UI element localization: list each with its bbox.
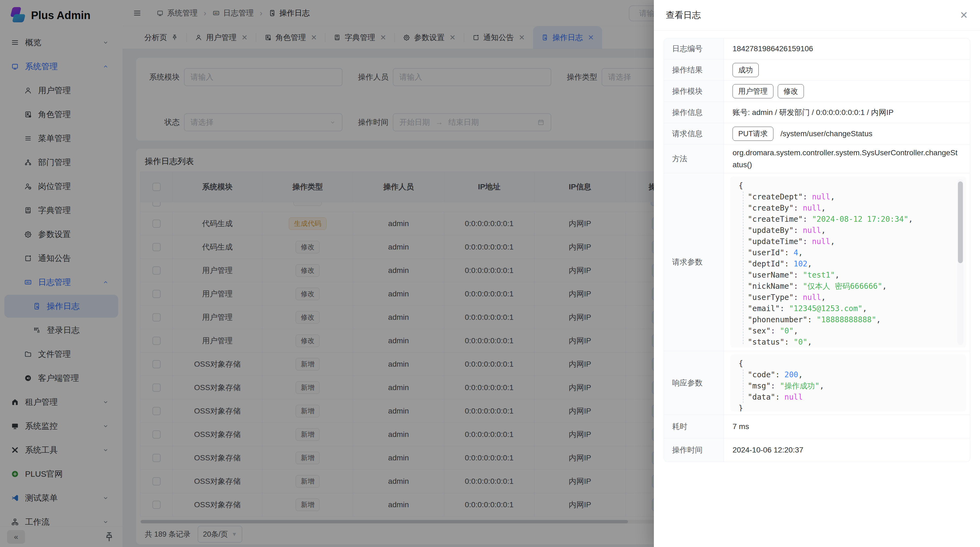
- drawer-title: 查看日志: [666, 9, 701, 21]
- detail-row: 方法org.dromara.system.controller.system.S…: [664, 144, 970, 173]
- detail-row: 请求信息PUT请求/system/user/changeStatus: [664, 123, 970, 144]
- json-code-block: { "code": 200, "msg": "操作成功", "data": nu…: [730, 354, 966, 411]
- detail-row: 操作时间2024-10-06 12:20:37: [664, 438, 970, 462]
- drawer-body: 日志编号1842781986426159106操作结果成功操作模块用户管理修改操…: [654, 30, 980, 470]
- code-scrollbar-thumb[interactable]: [958, 182, 963, 263]
- detail-label: 响应参数: [664, 351, 724, 415]
- detail-label: 操作信息: [664, 102, 724, 123]
- code-line: "code": 200,: [738, 369, 954, 380]
- detail-value: { "code": 200, "msg": "操作成功", "data": nu…: [724, 351, 970, 415]
- detail-tag: 修改: [778, 84, 804, 98]
- close-icon[interactable]: ✕: [960, 10, 968, 20]
- detail-row: 响应参数{ "code": 200, "msg": "操作成功", "data"…: [664, 351, 970, 415]
- code-line: "sex": "0",: [738, 325, 954, 336]
- detail-text: 2024-10-06 12:20:37: [733, 444, 806, 456]
- code-line: "phonenumber": "18888888888",: [738, 314, 954, 325]
- view-log-drawer: 查看日志 ✕ 日志编号1842781986426159106操作结果成功操作模块…: [654, 0, 980, 547]
- detail-label: 操作模块: [664, 81, 724, 102]
- code-line: "updateTime": null,: [738, 236, 954, 247]
- code-line: "createBy": null,: [738, 203, 954, 214]
- detail-label: 方法: [664, 144, 724, 173]
- detail-value: 1842781986426159106: [724, 38, 970, 59]
- detail-value: 账号: admin / 研发部门 / 0:0:0:0:0:0:0:1 / 内网I…: [724, 102, 970, 123]
- indent-guide: [743, 191, 743, 344]
- code-line: "status": "0",: [738, 336, 954, 348]
- detail-label: 请求信息: [664, 123, 724, 144]
- detail-label: 操作结果: [664, 59, 724, 80]
- detail-value: PUT请求/system/user/changeStatus: [724, 123, 970, 144]
- request-path: /system/user/changeStatus: [780, 129, 872, 138]
- detail-row: 操作结果成功: [664, 59, 970, 81]
- code-line: "msg": "操作成功",: [738, 380, 954, 391]
- detail-text: 账号: admin / 研发部门 / 0:0:0:0:0:0:0:1 / 内网I…: [733, 107, 896, 118]
- detail-row: 请求参数{ "createDept": null, "createBy": nu…: [664, 173, 970, 351]
- code-line: "createDept": null,: [738, 191, 954, 203]
- code-line: "data": null: [738, 391, 954, 403]
- detail-tag: 用户管理: [733, 84, 773, 98]
- detail-tag: 成功: [733, 63, 759, 77]
- code-line: }: [738, 403, 954, 411]
- detail-value: 成功: [724, 59, 970, 80]
- detail-value: { "createDept": null, "createBy": null, …: [724, 173, 970, 351]
- detail-value: 7 ms: [724, 415, 970, 438]
- detail-label: 操作时间: [664, 438, 724, 462]
- detail-row: 操作模块用户管理修改: [664, 81, 970, 102]
- code-line: "createTime": "2024-08-12 17:20:34",: [738, 214, 954, 225]
- detail-value: 2024-10-06 12:20:37: [724, 438, 970, 462]
- indent-guide: [743, 369, 743, 403]
- detail-label: 请求参数: [664, 173, 724, 351]
- app-root: Plus Admin 概览系统管理用户管理角色管理菜单管理部门管理岗位管理字典管…: [0, 0, 980, 547]
- detail-tag: PUT请求: [733, 127, 773, 141]
- detail-text: org.dromara.system.controller.system.Sys…: [733, 147, 961, 171]
- code-line: {: [738, 180, 954, 191]
- code-line: "userName": "test1",: [738, 270, 954, 281]
- code-line: {: [738, 358, 954, 369]
- code-line: "email": "12345@1253.com",: [738, 303, 954, 314]
- detail-value: org.dromara.system.controller.system.Sys…: [724, 144, 970, 173]
- code-line: "updateBy": null,: [738, 225, 954, 236]
- log-detail-table: 日志编号1842781986426159106操作结果成功操作模块用户管理修改操…: [664, 38, 970, 462]
- detail-text: 7 ms: [733, 421, 752, 432]
- detail-text: 1842781986426159106: [733, 43, 816, 54]
- code-line: "userId": 4,: [738, 247, 954, 258]
- detail-row: 日志编号1842781986426159106: [664, 38, 970, 59]
- detail-label: 日志编号: [664, 38, 724, 59]
- detail-row: 操作信息账号: admin / 研发部门 / 0:0:0:0:0:0:0:1 /…: [664, 102, 970, 123]
- code-scrollbar: [958, 179, 963, 345]
- code-line: "deptId": 102,: [738, 258, 954, 270]
- code-line: "nickName": "仅本人 密码666666",: [738, 281, 954, 292]
- drawer-header: 查看日志 ✕: [654, 0, 980, 30]
- detail-label: 耗时: [664, 415, 724, 438]
- detail-row: 耗时7 ms: [664, 415, 970, 438]
- json-code-block: { "createDept": null, "createBy": null, …: [730, 177, 966, 348]
- code-line: "userType": null,: [738, 292, 954, 303]
- detail-tags: 用户管理修改: [733, 84, 804, 98]
- detail-value: 用户管理修改: [724, 81, 970, 102]
